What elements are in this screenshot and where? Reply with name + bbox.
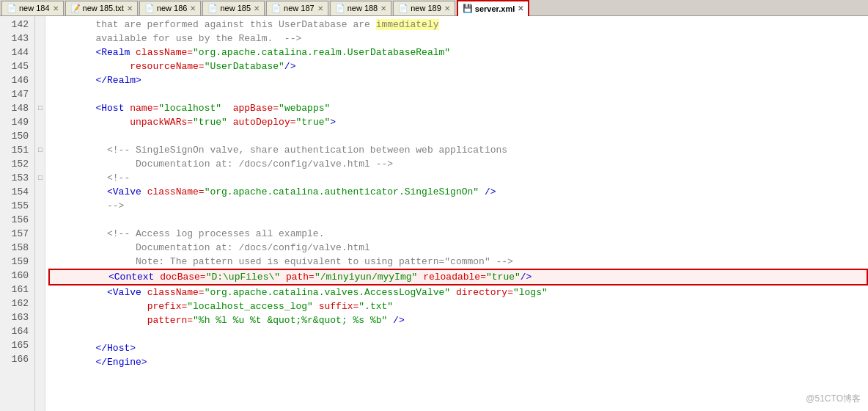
code-line-145: resourceName="UserDatabase"/> (48, 59, 868, 73)
line-num-147: 147 (3, 87, 29, 101)
code-line-164 (48, 327, 868, 341)
tab-new185txt[interactable]: 📝 new 185.txt ✕ (65, 1, 138, 15)
fold-157 (35, 227, 45, 241)
line-num-155: 155 (3, 199, 29, 213)
tab-label: new 189 (411, 4, 441, 12)
tab-close[interactable]: ✕ (254, 4, 260, 12)
fold-162 (35, 297, 45, 310)
fold-143 (35, 32, 45, 46)
line-num-145: 145 (3, 59, 29, 73)
line-num-144: 144 (3, 46, 29, 59)
tab-label: new 185 (220, 4, 251, 12)
tab-close[interactable]: ✕ (317, 4, 323, 12)
line-num-149: 149 (3, 115, 29, 129)
fold-156 (35, 213, 45, 227)
code-line-149: unpackWARs="true" autoDeploy="true"> (48, 115, 868, 129)
tab-close[interactable]: ✕ (518, 4, 523, 12)
doc-icon: 📄 (207, 4, 218, 13)
line-num-160: 160 (3, 269, 29, 283)
tab-label: new 186 (157, 4, 188, 12)
line-num-146: 146 (3, 73, 29, 87)
line-num-165: 165 (3, 338, 29, 352)
code-line-159: Note: The pattern used is equivalent to … (48, 255, 868, 269)
fold-145 (35, 59, 45, 73)
save-icon: 💾 (463, 4, 473, 13)
tab-label: server.xml (475, 4, 515, 13)
code-line-148: <Host name="localhost" appBase="webapps" (48, 101, 868, 115)
watermark: @51CTO博客 (806, 393, 861, 405)
fold-164 (35, 324, 45, 338)
code-line-154: <Valve className="org.apache.catalina.au… (48, 185, 868, 199)
fold-158 (35, 241, 45, 255)
fold-153[interactable]: □ (35, 171, 45, 185)
fold-154 (35, 185, 45, 199)
code-line-166: </Engine> (48, 355, 868, 369)
doc-icon: 📄 (271, 4, 282, 13)
line-num-163: 163 (3, 310, 29, 324)
line-num-148: 148 (3, 101, 29, 115)
code-line-147 (48, 87, 868, 101)
code-line-162: prefix="localhost_access_log" suffix=".t… (48, 299, 868, 313)
tab-new184[interactable]: 📄 new 184 ✕ (1, 1, 64, 15)
line-num-164: 164 (3, 324, 29, 338)
code-line-146: </Realm> (48, 73, 868, 87)
tab-close[interactable]: ✕ (444, 4, 450, 12)
fold-152 (35, 157, 45, 171)
code-line-157: <!-- Access log processes all example. (48, 227, 868, 241)
code-container: 142 143 144 145 146 147 148 149 150 151 … (0, 16, 868, 411)
doc-icon: 📄 (144, 4, 155, 13)
code-line-153: <!-- (48, 171, 868, 185)
tab-serverxml[interactable]: 💾 server.xml ✕ (457, 0, 529, 16)
fold-column: □ □ □ (35, 16, 45, 411)
fold-163 (35, 310, 45, 324)
tab-new189[interactable]: 📄 new 189 ✕ (393, 1, 455, 15)
line-num-161: 161 (3, 283, 29, 297)
tab-new187[interactable]: 📄 new 187 ✕ (266, 1, 328, 15)
code-line-143: available for use by the Realm. --> (48, 32, 868, 46)
tab-label: new 184 (19, 4, 50, 12)
code-line-151: <!-- SingleSignOn valve, share authentic… (48, 143, 868, 157)
line-num-154: 154 (3, 185, 29, 199)
code-line-150 (48, 129, 868, 143)
line-num-143: 143 (3, 32, 29, 46)
line-num-157: 157 (3, 227, 29, 241)
code-line-155: --> (48, 199, 868, 213)
tab-close[interactable]: ✕ (127, 4, 133, 12)
code-line-156 (48, 213, 868, 227)
doc-icon: 📄 (398, 4, 408, 13)
tab-label: new 188 (347, 4, 378, 12)
tab-new188[interactable]: 📄 new 188 ✕ (330, 1, 392, 15)
fold-165 (35, 338, 45, 352)
fold-150 (35, 129, 45, 143)
line-num-158: 158 (3, 241, 29, 255)
line-num-152: 152 (3, 157, 29, 171)
tab-close[interactable]: ✕ (190, 4, 196, 12)
line-num-156: 156 (3, 213, 29, 227)
fold-151[interactable]: □ (35, 143, 45, 157)
tab-close[interactable]: ✕ (380, 4, 386, 12)
tab-label: new 185.txt (83, 4, 124, 12)
tab-new186[interactable]: 📄 new 186 ✕ (139, 1, 202, 15)
code-line-152: Documentation at: /docs/config/valve.htm… (48, 157, 868, 171)
line-num-166: 166 (3, 352, 29, 366)
doc-icon: 📄 (335, 4, 345, 13)
line-num-153: 153 (3, 171, 29, 185)
tab-new185b[interactable]: 📄 new 185 ✕ (202, 1, 265, 15)
code-line-144: <Realm className="org.apache.catalina.re… (48, 46, 868, 59)
code-line-158: Documentation at: /docs/config/valve.htm… (48, 241, 868, 255)
line-num-159: 159 (3, 255, 29, 269)
code-line-165: </Host> (48, 341, 868, 355)
line-num-151: 151 (3, 143, 29, 157)
tab-close[interactable]: ✕ (53, 4, 59, 12)
fold-159 (35, 255, 45, 269)
line-numbers: 142 143 144 145 146 147 148 149 150 151 … (0, 16, 35, 411)
fold-161 (35, 283, 45, 297)
fold-142 (35, 18, 45, 32)
fold-166 (35, 352, 45, 366)
code-line-160: <Context docBase="D:\upFiles\" path="/mi… (48, 269, 868, 285)
fold-148[interactable]: □ (35, 101, 45, 115)
code-content[interactable]: that are performed against this UserData… (45, 16, 868, 411)
fold-146 (35, 73, 45, 87)
line-num-150: 150 (3, 129, 29, 143)
fold-147 (35, 87, 45, 101)
